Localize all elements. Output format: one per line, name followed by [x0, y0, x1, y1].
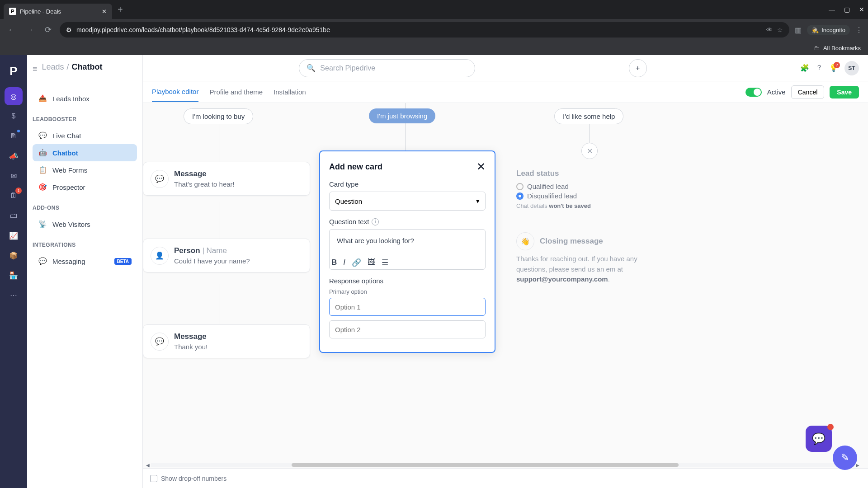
reload-icon[interactable]: ⟳ [42, 25, 54, 35]
card-type-label: Card type [329, 180, 486, 188]
all-bookmarks-link[interactable]: All Bookmarks [823, 45, 861, 52]
eye-off-icon[interactable]: 👁 [766, 26, 773, 33]
card-title: Message [174, 332, 208, 341]
dropoff-checkbox[interactable]: Show drop-off numbers [150, 475, 226, 482]
link-icon[interactable]: 🔗 [352, 258, 361, 267]
closing-title: Closing message [540, 237, 603, 246]
maximize-icon[interactable]: ▢ [844, 6, 850, 13]
list-icon[interactable]: ☰ [382, 258, 388, 267]
rail-mail-icon[interactable]: ✉ [5, 167, 23, 185]
bookmark-star-icon[interactable]: ☆ [777, 26, 783, 33]
active-toggle[interactable] [745, 88, 762, 97]
url-field[interactable]: ⚙ moodjoy.pipedrive.com/leads/chatbot/pl… [60, 22, 789, 38]
browser-tab-strip: P Pipeline - Deals ✕ + — ▢ ✕ [0, 0, 868, 19]
primary-option-label: Primary option [329, 288, 486, 295]
help-fab[interactable]: ✎ [833, 446, 857, 470]
delete-node-button[interactable]: ✕ [581, 143, 598, 159]
add-button[interactable]: + [629, 59, 647, 77]
image-icon[interactable]: 🖼 [368, 258, 375, 267]
extensions-icon[interactable]: 🧩 [800, 64, 809, 72]
add-card-modal: Add new card ✕ Card type Question ▾ Ques… [319, 150, 495, 353]
tab-favicon-icon: P [9, 8, 16, 15]
sidebar-item-live-chat[interactable]: 💬 Live Chat [33, 127, 137, 144]
browser-menu-icon[interactable]: ⋮ [855, 26, 863, 34]
chat-icon: 💬 [38, 131, 47, 140]
radio-icon [516, 192, 524, 200]
rail-contacts-icon[interactable]: 🗃 [5, 206, 23, 225]
chat-fab[interactable]: 💬 [806, 426, 832, 452]
search-input[interactable]: 🔍 Search Pipedrive [299, 59, 475, 77]
tips-icon[interactable]: 💡? [829, 64, 838, 72]
tab-title: Pipeline - Deals [20, 8, 61, 15]
card-person[interactable]: 👤 Person | Name Could I have your name? [143, 239, 310, 272]
back-icon[interactable]: ← [5, 25, 18, 35]
scroll-track[interactable] [151, 463, 854, 467]
option-2-input[interactable] [329, 320, 486, 338]
question-text-input[interactable]: What are you looking for? [331, 231, 483, 250]
browser-tab[interactable]: P Pipeline - Deals ✕ [4, 4, 112, 19]
sidebar-item-web-visitors[interactable]: 📡 Web Visitors [33, 216, 137, 233]
playbook-canvas[interactable]: I'm looking to buy I'm just browsing I'd… [143, 103, 868, 488]
option-1-input[interactable] [329, 298, 486, 316]
site-settings-icon[interactable]: ⚙ [66, 26, 72, 33]
rail-campaigns-icon[interactable]: 📣 [5, 147, 23, 165]
sidebar-item-chatbot[interactable]: 🤖 Chatbot [33, 144, 137, 161]
rich-text-toolbar: B I 🔗 🖼 ☰ [331, 254, 483, 267]
breadcrumb-parent[interactable]: Leads [42, 62, 64, 72]
card-lead-status[interactable]: Lead status Qualified lead Disqualified … [509, 162, 663, 216]
rail-insights-icon[interactable]: 📈 [5, 226, 23, 244]
connector-line [220, 284, 220, 324]
italic-icon[interactable]: I [343, 258, 345, 267]
rail-deals-icon[interactable]: $ [5, 107, 23, 125]
card-message-1[interactable]: 💬 Message That's great to hear! [143, 162, 310, 196]
sidebar-collapse-icon[interactable]: ≡ [33, 64, 38, 74]
info-icon[interactable]: i [372, 218, 379, 225]
sidebar: ≡ Leads / Chatbot 📥 Leads Inbox LEADBOOS… [27, 55, 143, 488]
close-icon[interactable]: ✕ [476, 160, 486, 173]
sidebar-item-leads-inbox[interactable]: 📥 Leads Inbox [33, 90, 137, 107]
new-tab-button[interactable]: + [118, 5, 123, 15]
card-closing-message[interactable]: 👋 Closing message Thanks for reaching ou… [509, 225, 672, 292]
cancel-button[interactable]: Cancel [791, 85, 825, 99]
rail-leads-icon[interactable]: ◎ [5, 87, 23, 105]
sidebar-group-integrations: INTEGRATIONS [33, 242, 137, 248]
rail-products-icon[interactable]: 📦 [5, 246, 23, 264]
rail-more-icon[interactable]: ⋯ [5, 286, 23, 304]
chip-browse[interactable]: I'm just browsing [369, 108, 435, 123]
connector-line [220, 202, 220, 239]
rail-marketplace-icon[interactable]: 🏪 [5, 266, 23, 284]
tab-installation[interactable]: Installation [274, 83, 306, 101]
chip-buy[interactable]: I'm looking to buy [184, 108, 253, 124]
card-text: Could I have your name? [174, 257, 250, 265]
card-type-select[interactable]: Question ▾ [329, 192, 486, 211]
scroll-left-icon[interactable]: ◀ [145, 463, 151, 468]
tab-profile-theme[interactable]: Profile and theme [209, 83, 263, 101]
sidebar-item-web-forms[interactable]: 📋 Web Forms [33, 161, 137, 178]
horizontal-scrollbar[interactable]: ◀ ▶ [145, 462, 861, 468]
avatar[interactable]: ST [844, 61, 859, 75]
tab-playbook-editor[interactable]: Playbook editor [152, 82, 198, 102]
minimize-icon[interactable]: — [829, 6, 835, 13]
close-window-icon[interactable]: ✕ [859, 6, 864, 13]
forward-icon[interactable]: → [24, 25, 36, 35]
incognito-badge[interactable]: 🕵 Incognito [807, 25, 850, 35]
tab-close-icon[interactable]: ✕ [102, 8, 107, 15]
bold-icon[interactable]: B [331, 258, 337, 267]
canvas-footer: Show drop-off numbers [143, 468, 868, 488]
radio-qualified[interactable]: Qualified lead [516, 183, 656, 190]
help-icon[interactable]: ？ [816, 63, 823, 73]
scroll-thumb[interactable] [292, 463, 679, 467]
card-message-2[interactable]: 💬 Message Thank you! [143, 324, 310, 358]
panel-icon[interactable]: ▥ [795, 26, 802, 34]
radio-disqualified[interactable]: Disqualified lead [516, 192, 656, 200]
sidebar-group-leadbooster: LEADBOOSTER [33, 116, 137, 122]
wave-icon: 👋 [516, 232, 534, 250]
closing-text: Thanks for reaching out. If you have any… [516, 254, 665, 285]
save-button[interactable]: Save [830, 86, 859, 99]
sidebar-item-messaging[interactable]: 💬 Messaging BETA [33, 253, 137, 270]
rail-projects-icon[interactable]: 🗎 [5, 127, 23, 145]
chip-help[interactable]: I'd like some help [554, 108, 623, 124]
app-logo-icon[interactable]: P [9, 61, 17, 85]
sidebar-item-prospector[interactable]: 🎯 Prospector [33, 178, 137, 196]
rail-activities-icon[interactable]: 1🗓 [5, 187, 23, 205]
